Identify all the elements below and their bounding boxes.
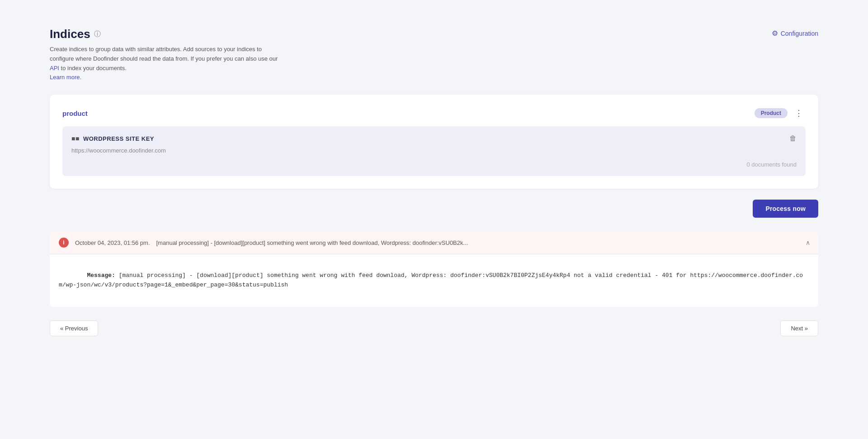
index-card: product Product ⋮ ■■ WORDPRESS SITE KEY … <box>50 95 818 189</box>
product-badge: Product <box>755 108 788 118</box>
source-card: ■■ WORDPRESS SITE KEY 🗑 https://woocomme… <box>62 126 806 176</box>
index-card-actions: Product ⋮ <box>755 107 806 119</box>
more-options-button[interactable]: ⋮ <box>792 107 806 119</box>
page-title: Indices ⓘ <box>50 27 285 41</box>
log-header[interactable]: i October 04, 2023, 01:56 pm. [manual pr… <box>50 231 818 254</box>
source-header: ■■ WORDPRESS SITE KEY 🗑 <box>71 134 797 143</box>
log-body: Message: [manual processing] - [download… <box>50 254 818 306</box>
log-message-label: Message: <box>87 272 115 279</box>
log-message: Message: [manual processing] - [download… <box>59 262 809 299</box>
index-name: product <box>62 110 88 117</box>
config-area: ⚙ Configuration <box>772 27 818 38</box>
learn-more-link[interactable]: Learn more. <box>50 74 81 81</box>
info-icon: ⓘ <box>94 30 101 38</box>
rss-icon: ■■ <box>71 135 80 142</box>
delete-source-button[interactable]: 🗑 <box>789 134 797 143</box>
log-section: i October 04, 2023, 01:56 pm. [manual pr… <box>50 231 818 306</box>
action-row: Process now <box>50 200 818 218</box>
api-link[interactable]: API <box>50 65 59 72</box>
index-card-header: product Product ⋮ <box>62 107 806 119</box>
page-header: Indices ⓘ Create indices to group data w… <box>50 27 818 81</box>
source-footer: 0 documents found <box>71 161 797 168</box>
header-left: Indices ⓘ Create indices to group data w… <box>50 27 285 81</box>
previous-button[interactable]: « Previous <box>50 320 98 336</box>
next-button[interactable]: Next » <box>780 320 818 336</box>
configuration-button[interactable]: ⚙ Configuration <box>772 29 818 38</box>
source-title: ■■ WORDPRESS SITE KEY <box>71 135 154 142</box>
docs-count: 0 documents found <box>746 161 797 168</box>
error-icon: i <box>59 238 69 248</box>
gear-icon: ⚙ <box>772 29 778 38</box>
source-url: https://woocommerce.doofinder.com <box>71 147 797 154</box>
page-description: Create indices to group data with simila… <box>50 45 285 73</box>
pagination-row: « Previous Next » <box>50 320 818 336</box>
log-timestamp: October 04, 2023, 01:56 pm. <box>75 239 150 246</box>
chevron-up-icon: ∧ <box>806 239 810 246</box>
process-now-button[interactable]: Process now <box>753 200 818 218</box>
log-summary: [manual processing] - [download][product… <box>156 239 810 246</box>
